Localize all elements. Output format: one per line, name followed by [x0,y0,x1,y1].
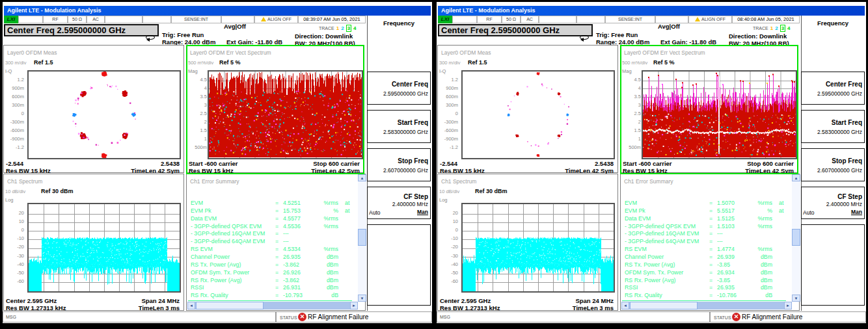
scroll-down-button[interactable]: ▼ [792,295,800,302]
summary-row: Channel Power=26.939dBm [621,254,790,261]
y-tick: -1.2 [4,144,24,150]
toolbar-impedance: 50 Ω [68,16,87,23]
menu-button-start-freq[interactable]: Start Freq2.583000000 GHz [801,110,865,143]
scroll-left-button[interactable]: ◄ [621,302,629,309]
y-tick: 900m [438,85,458,91]
vertical-scroll-thumb[interactable] [358,229,366,246]
window-ofdm-meas[interactable]: Layer0 OFDM Meas 300 m/div Ref 1.5 I-Q 1… [437,45,618,173]
y-tick: 0 [438,111,458,116]
y-tick: 3 [187,102,207,108]
y-tick: -300m [438,119,458,125]
spectrum-center-label: Center 2.595 GHz [6,297,57,304]
trace-1[interactable]: 1 [336,25,339,31]
trace-4[interactable]: 4 [353,25,356,31]
menu-button-cf-step[interactable]: CF Step2.400000 MHzAutoMan [367,187,431,219]
window-ofdm-meas[interactable]: Layer0 OFDM Meas 300 m/div Ref 1.5 I-Q 1… [3,45,184,173]
window-error-summary[interactable]: Ch1 Error Summary EVM=1.5070%rmsatEVM Pk… [620,174,800,311]
window-err-vect-spectrum[interactable]: Layer0 OFDM Err Vect Spectrum 500 m%/div… [620,45,798,173]
status-label: STATUS [714,315,731,320]
menu-button-empty[interactable] [801,224,865,306]
instrument-panel-right: Agilent LTE - Modulation Analysis LXI RF… [437,2,866,323]
summary-row: RS EVM=4.5334%rms [187,246,356,253]
trace-2[interactable]: 2 [775,25,778,31]
trace-3[interactable]: 3 [346,25,351,32]
cf-step-auto[interactable]: Auto [803,209,815,216]
vertical-scrollbar[interactable]: ▲▼ [358,174,366,302]
summary-row: EVM=1.5070%rmsat [621,200,790,207]
toolbar-datetime: 08:39:07 AM Jun 05, 2021 [298,16,366,23]
ofdm-meas-xmin: -2.544 [440,160,457,167]
cf-step-auto[interactable]: Auto [369,209,381,216]
menu-button-stop-freq[interactable]: Stop Freq2.607000000 GHz [801,148,865,181]
scroll-down-button[interactable]: ▼ [358,295,366,302]
trig-status: Trig: Free Run [162,31,204,38]
cf-step-man[interactable]: Man [851,209,862,215]
y-tick: 0 [4,111,24,116]
evs-stop-label: Stop 600 carrier [747,160,794,167]
window-ch1-spectrum[interactable]: Ch1 Spectrum 10 dB/div Ref 30 dBm Log 20… [3,174,184,311]
summary-row: EVM Pk=15.753%at [187,207,356,215]
horizontal-scrollbar[interactable]: ◄► [621,302,792,309]
menu-button-center-freq[interactable]: Center Freq2.595000000 GHz [367,72,431,105]
trace-3[interactable]: 3 [780,25,785,32]
constellation-plot [27,70,181,159]
horizontal-scroll-thumb[interactable] [630,302,698,309]
cf-step-man[interactable]: Man [417,209,428,215]
y-tick: 2 [621,119,641,125]
y-tick: -40 [438,261,458,267]
ofdm-meas-yticks: 1.2900m600m300m0-300m-600m-900m-1.2 [438,46,459,172]
y-tick: 1.5 [621,127,641,133]
vertical-scrollbar[interactable]: ▲▼ [792,174,800,302]
error-status-icon: ✕ [298,313,306,321]
spectrum-ref: Ref 30 dBm [41,188,74,194]
menu-button-start-freq[interactable]: Start Freq2.583000000 GHz [367,110,431,143]
spectrum-center-label: Center 2.595 GHz [440,297,491,304]
trace-2[interactable]: 2 [341,25,344,31]
summary-row: - 3GPP-defined 64QAM EVM=--- [621,238,790,245]
y-tick: 10 [438,218,458,224]
spectrum-timelen: TimeLen 3 ms [139,304,180,311]
y-tick: 4.5 [187,77,207,83]
window-error-summary[interactable]: Ch1 Error Summary EVM=4.5251%rmsatEVM Pk… [186,174,366,311]
y-tick: 300m [4,102,24,108]
y-tick: -30 [438,253,458,259]
toolbar-cell-empty-1 [18,16,43,23]
horizontal-scrollbar[interactable]: ◄► [187,302,358,309]
summary-row: - 3GPP-defined 16QAM EVM=--- [187,230,356,237]
y-tick: 4 [621,85,641,91]
trace-1[interactable]: 1 [770,25,773,31]
evs-ref: Ref 5 % [219,59,241,66]
window-title: Agilent LTE - Modulation Analysis [441,7,536,14]
y-tick: -50 [438,270,458,276]
scroll-up-button[interactable]: ▲ [358,174,366,181]
vertical-scroll-thumb[interactable] [792,229,800,246]
horizontal-scroll-thumb[interactable] [196,302,264,309]
trace-indicators: TRACE1234 [753,25,791,32]
center-freq-display[interactable]: Center Freq 2.595000000 GHz [438,24,593,36]
error-status-icon: ✕ [732,313,740,321]
menu-button-center-freq[interactable]: Center Freq2.595000000 GHz [801,72,865,105]
y-tick: 900m [4,85,24,91]
y-tick: -600m [438,127,458,133]
y-tick: -60 [438,278,458,284]
evs-start-label: Start -600 carrier [623,160,672,167]
scroll-right-button[interactable]: ► [350,302,358,309]
menu-button-empty[interactable] [367,224,431,306]
scroll-right-button[interactable]: ► [784,302,792,309]
window-err-vect-spectrum[interactable]: Layer0 OFDM Err Vect Spectrum 500 m%/div… [186,45,364,173]
evs-ref: Ref 5 % [653,59,675,66]
menu-button-stop-freq[interactable]: Stop Freq2.607000000 GHz [367,148,431,181]
toolbar-rf: RF [477,16,502,23]
window-ch1-spectrum[interactable]: Ch1 Spectrum 10 dB/div Ref 30 dBm Log 20… [437,174,618,311]
spectrum-canvas [29,204,180,291]
y-tick: 1 [621,136,641,142]
y-tick: -900m [438,136,458,142]
menu-button-cf-step[interactable]: CF Step2.400000 MHzAutoMan [801,187,865,219]
trace-4[interactable]: 4 [787,25,790,31]
summary-underline [188,300,352,301]
scroll-up-button[interactable]: ▲ [792,174,800,181]
y-tick: 4 [187,85,207,91]
scroll-left-button[interactable]: ◄ [187,302,195,309]
summary-row: RS EVM=1.4774%rms [621,246,790,253]
center-freq-display[interactable]: Center Freq 2.595000000 GHz [4,24,159,36]
